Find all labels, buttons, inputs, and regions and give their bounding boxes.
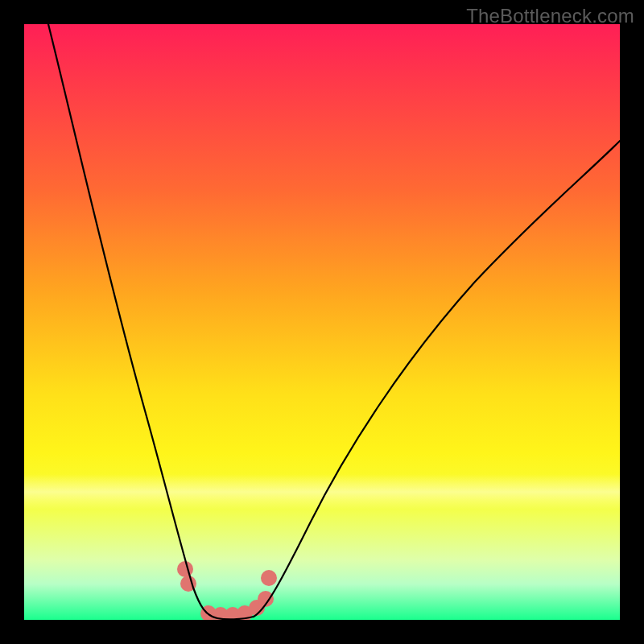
blob-dot: [177, 561, 193, 577]
chart-frame: TheBottleneck.com: [0, 0, 644, 644]
valley-blobs: [177, 561, 277, 620]
blob-dot: [261, 570, 277, 586]
left-curve-branch: [48, 24, 217, 618]
bottleneck-curve: [24, 24, 620, 620]
right-curve-branch: [254, 141, 620, 617]
plot-area: [24, 24, 620, 620]
watermark-text: TheBottleneck.com: [466, 5, 634, 27]
